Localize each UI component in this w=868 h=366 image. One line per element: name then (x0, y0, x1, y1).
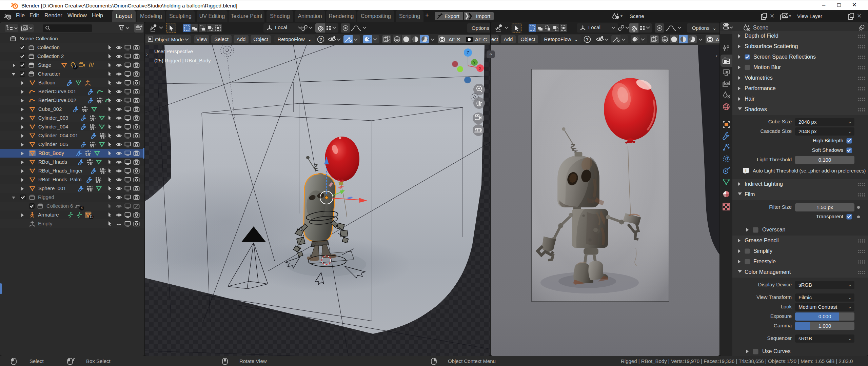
svg-text:Z: Z (467, 50, 469, 55)
svg-text:Y: Y (473, 60, 476, 64)
svg-text:i: i (745, 168, 746, 173)
svg-text:?: ? (586, 37, 589, 42)
svg-text:›: › (146, 52, 148, 57)
svg-text:‹: ‹ (716, 53, 717, 59)
svg-text:?: ? (319, 37, 322, 42)
svg-text:User Perspective: User Perspective (154, 48, 193, 54)
svg-text:X: X (479, 66, 481, 70)
svg-text:(25) Rigged | RBot_Body: (25) Rigged | RBot_Body (154, 58, 211, 63)
